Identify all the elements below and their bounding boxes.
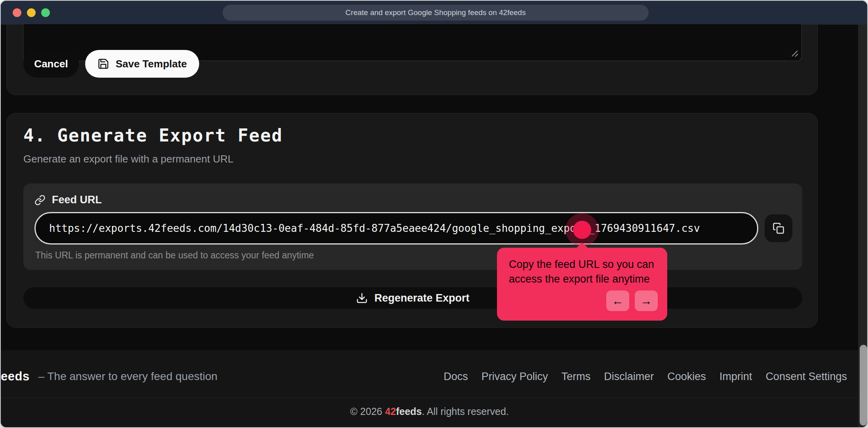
save-icon bbox=[97, 58, 109, 70]
close-window-button[interactable] bbox=[13, 8, 21, 17]
arrow-right-icon: → bbox=[640, 294, 652, 308]
copyright-brand-feeds: feeds bbox=[396, 406, 422, 417]
onboarding-tooltip: Copy the feed URL so you can access the … bbox=[497, 248, 667, 321]
footer-brand[interactable]: eeds bbox=[1, 369, 30, 384]
step-subtitle: Generate an export file with a permanent… bbox=[23, 153, 233, 165]
footer-link-imprint[interactable]: Imprint bbox=[720, 371, 752, 383]
zoom-window-button[interactable] bbox=[41, 8, 50, 17]
window-titlebar: Create and export Google Shopping feeds … bbox=[1, 1, 868, 25]
footer-tagline: – The answer to every feed question bbox=[38, 370, 217, 383]
save-template-label: Save Template bbox=[116, 58, 187, 70]
footer-divider bbox=[1, 398, 858, 398]
cancel-button[interactable]: Cancel bbox=[23, 50, 79, 78]
copy-url-button[interactable] bbox=[765, 214, 792, 242]
footer-link-cookies[interactable]: Cookies bbox=[667, 371, 706, 383]
tooltip-text: Copy the feed URL so you can access the … bbox=[509, 257, 655, 287]
arrow-left-icon: ← bbox=[612, 294, 624, 308]
scrollbar-track[interactable] bbox=[858, 25, 868, 428]
template-card: Cancel Save Template bbox=[6, 25, 818, 95]
tooltip-arrow bbox=[576, 243, 588, 248]
footer-links: Docs Privacy Policy Terms Disclaimer Coo… bbox=[444, 371, 847, 383]
regenerate-export-label: Regenerate Export bbox=[374, 292, 469, 304]
regenerate-export-button[interactable]: Regenerate Export bbox=[23, 287, 802, 309]
minimize-window-button[interactable] bbox=[27, 8, 36, 17]
tooltip-prev-button[interactable]: ← bbox=[606, 290, 629, 311]
feed-url-label-row: Feed URL bbox=[34, 194, 102, 206]
click-indicator bbox=[565, 213, 599, 246]
generate-export-card: 4. Generate Export Feed Generate an expo… bbox=[6, 113, 818, 328]
copy-icon bbox=[773, 222, 784, 234]
save-template-button[interactable]: Save Template bbox=[85, 50, 199, 78]
feed-url-input[interactable] bbox=[34, 212, 758, 245]
step-title: 4. Generate Export Feed bbox=[23, 125, 283, 145]
textarea-resize-handle-icon[interactable] bbox=[789, 48, 799, 58]
download-icon bbox=[356, 292, 368, 304]
page-title: Create and export Google Shopping feeds … bbox=[345, 8, 525, 17]
scrollbar-thumb[interactable] bbox=[860, 345, 867, 426]
browser-window: Create and export Google Shopping feeds … bbox=[0, 0, 868, 428]
tooltip-next-button[interactable]: → bbox=[635, 290, 658, 311]
link-icon bbox=[34, 195, 46, 206]
copyright-brand-42: 42 bbox=[385, 406, 396, 417]
feed-url-label: Feed URL bbox=[52, 194, 102, 206]
click-indicator-dot bbox=[573, 221, 591, 239]
cancel-button-label: Cancel bbox=[34, 58, 68, 70]
address-bar[interactable]: Create and export Google Shopping feeds … bbox=[223, 5, 649, 21]
copyright-line: © 2026 42feeds. All rights reserved. bbox=[1, 406, 858, 417]
footer-link-consent-settings[interactable]: Consent Settings bbox=[765, 371, 847, 383]
copyright-prefix: © 2026 bbox=[350, 406, 385, 417]
copyright-suffix: . All rights reserved. bbox=[422, 406, 509, 417]
footer-link-docs[interactable]: Docs bbox=[444, 371, 468, 383]
feed-url-helper-text: This URL is permanent and can be used to… bbox=[35, 250, 314, 261]
feed-url-panel: Feed URL This URL is permanent and can b… bbox=[23, 183, 802, 270]
page-footer: eeds – The answer to every feed question… bbox=[1, 350, 858, 428]
footer-link-privacy-policy[interactable]: Privacy Policy bbox=[482, 371, 548, 383]
footer-link-terms[interactable]: Terms bbox=[562, 371, 591, 383]
footer-link-disclaimer[interactable]: Disclaimer bbox=[604, 371, 654, 383]
